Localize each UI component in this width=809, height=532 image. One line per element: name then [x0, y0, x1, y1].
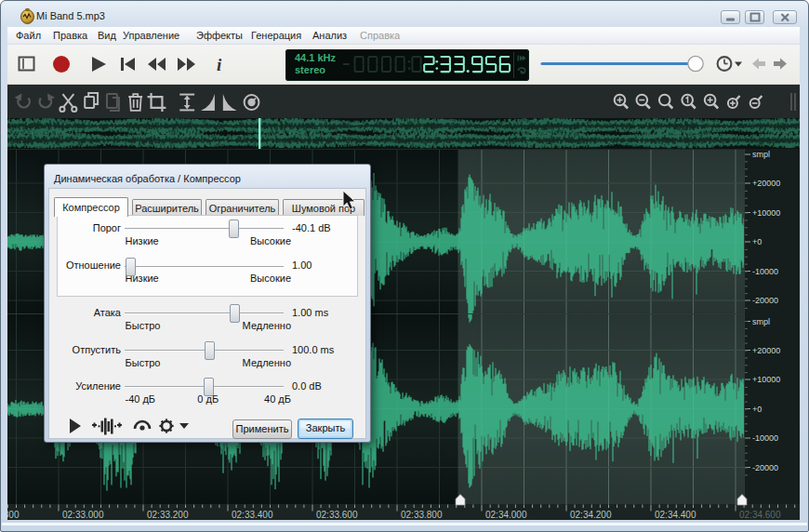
svg-text:+10000: +10000: [752, 208, 780, 218]
svg-text:+0: +0: [752, 405, 762, 414]
svg-text:02:33.000: 02:33.000: [62, 510, 104, 520]
svg-text:+10000: +10000: [752, 375, 780, 384]
svg-text:-10000: -10000: [752, 433, 778, 443]
svg-text:smpl: smpl: [752, 317, 770, 326]
svg-text:+0: +0: [752, 237, 762, 246]
svg-text:02:34.200: 02:34.200: [570, 510, 612, 520]
svg-text:02:34.400: 02:34.400: [655, 510, 696, 520]
svg-text:02:33.400: 02:33.400: [232, 510, 273, 520]
svg-text:-20000: -20000: [752, 463, 778, 472]
svg-text:02:33.800: 02:33.800: [401, 510, 443, 520]
svg-text:02:33.200: 02:33.200: [147, 510, 189, 520]
svg-text:smpl: smpl: [752, 150, 770, 159]
svg-text:02:32.800: 02:32.800: [7, 510, 20, 520]
svg-text:02:34.000: 02:34.000: [485, 510, 527, 520]
svg-text:-20000: -20000: [752, 296, 778, 305]
svg-text:02:33.600: 02:33.600: [316, 510, 358, 520]
svg-text:+20000: +20000: [752, 179, 780, 188]
svg-text:02:34.600: 02:34.600: [739, 510, 781, 520]
svg-text:+20000: +20000: [752, 346, 780, 355]
svg-text:-10000: -10000: [752, 267, 778, 276]
